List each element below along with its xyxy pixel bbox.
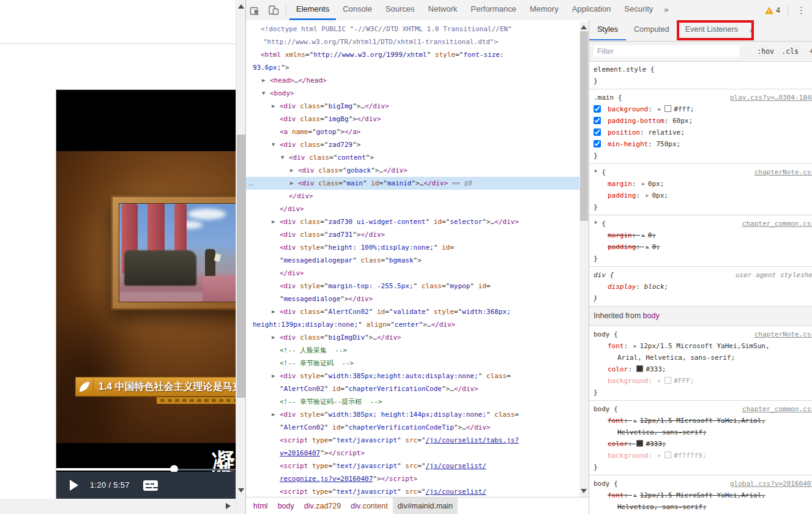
css-property[interactable]: display: block; [589, 281, 812, 292]
new-style-rule-button[interactable]: + [809, 45, 812, 56]
expand-arrow-icon[interactable]: ▶ [658, 106, 661, 112]
property-toggle-checkbox[interactable] [594, 140, 601, 147]
expand-arrow-icon[interactable]: ▶ [262, 74, 270, 87]
expand-arrow-icon[interactable]: ▶ [646, 244, 649, 250]
stylesheet-link[interactable]: global.css?v=20160407 [730, 478, 812, 490]
stylesheet-link[interactable]: play.css?v=…0304-1848 [730, 92, 812, 103]
css-property[interactable]: color: #333; [589, 363, 812, 375]
dom-node[interactable]: </div> [246, 203, 579, 215]
dom-node[interactable]: ▶<div class="zad730 ui-widget-content" i… [246, 215, 579, 228]
dom-node[interactable]: "AlertCon02" id="chapterVerificationCode… [246, 382, 579, 395]
css-property[interactable]: padding-bottom: 60px; [589, 115, 812, 127]
expand-arrow-icon[interactable]: ▶ [642, 233, 645, 238]
devtools-tab-sources[interactable]: Sources [379, 0, 422, 20]
css-property[interactable]: color: #333; [589, 438, 812, 450]
toolbar-overflow-chevron[interactable]: » [660, 0, 672, 20]
play-button[interactable] [70, 480, 78, 491]
css-property[interactable]: background: ▶#f7f7f9; [589, 450, 812, 461]
dom-node[interactable]: "AlertCon02" id="chapterVerificationCode… [246, 421, 579, 434]
expand-arrow-icon[interactable]: ▶ [290, 164, 298, 177]
dom-node[interactable]: <script type="text/javascript" src="/js/… [246, 485, 579, 497]
css-property[interactable]: margin: ▶0; [589, 229, 812, 241]
dom-node[interactable]: <script type="text/javascript" src="/js/… [246, 434, 579, 447]
devtools-tab-application[interactable]: Application [565, 0, 618, 20]
scroll-down-arrow-icon[interactable] [238, 488, 244, 493]
dom-node[interactable]: "http://www.w3.org/TR/xhtml1/DTD/xhtml1-… [246, 35, 579, 48]
dom-node[interactable]: <div style="height: 100%;display:none;" … [246, 241, 579, 254]
css-property[interactable]: min-height: 750px; [589, 138, 812, 150]
scroll-down-arrow-icon[interactable] [581, 489, 587, 493]
dom-node[interactable]: ▼<body> [246, 87, 579, 100]
styles-filter-input[interactable] [594, 45, 739, 57]
warnings-badge[interactable]: ! 4 [765, 6, 780, 15]
breadcrumb-item[interactable]: div.zad729 [299, 497, 346, 514]
dom-node[interactable]: "messagedialogepar" class="bgmask"> [246, 254, 579, 267]
dom-node[interactable]: </div> [246, 267, 579, 280]
devtools-menu-button[interactable]: ⋮ [791, 5, 812, 16]
expand-arrow-icon[interactable]: ▶ [642, 181, 645, 187]
property-toggle-checkbox[interactable] [594, 117, 601, 124]
expand-arrow-icon[interactable]: ▶ [634, 418, 637, 423]
dom-node[interactable]: <div class="imgBg"></div> [246, 113, 579, 125]
breadcrumb-item[interactable]: html [248, 497, 273, 514]
scrollbar-thumb[interactable] [237, 135, 245, 398]
scroll-up-arrow-icon[interactable] [581, 25, 587, 29]
inspect-element-button[interactable] [246, 0, 264, 20]
css-property[interactable]: position: relative; [589, 127, 812, 138]
dom-node[interactable]: <html xmlns="http://www.w3.org/1999/xhtm… [246, 48, 579, 61]
selected-dom-node[interactable]: …▶<div class="main" id="mainid">…</div> … [246, 177, 579, 190]
expand-arrow-icon[interactable]: ▶ [658, 378, 661, 384]
styles-overflow-chevron[interactable]: » [746, 20, 758, 41]
css-property[interactable]: padding: ▶0; [589, 241, 812, 253]
scroll-up-arrow-icon[interactable] [238, 4, 244, 9]
breadcrumb-item[interactable]: div#mainid.main [393, 497, 458, 514]
stylesheet-link[interactable]: chapterNote.css [754, 329, 812, 340]
inherited-body-link[interactable]: body [643, 311, 660, 320]
dom-node[interactable]: <!-- 章节验证码 --> [246, 357, 579, 370]
progress-bar-played[interactable] [56, 468, 174, 471]
dom-node[interactable]: </div> [246, 190, 579, 203]
elements-scrollbar[interactable] [579, 21, 589, 497]
dom-node[interactable]: ▼<div class="zad729"> [246, 138, 579, 151]
dom-node[interactable]: <!-- 人脸采集 --> [246, 344, 579, 357]
dom-node[interactable]: recognize.js?v=20160407"></script> [246, 472, 579, 485]
property-toggle-checkbox[interactable] [594, 105, 601, 113]
expand-arrow-icon[interactable]: ▶ [646, 193, 649, 198]
styles-tab-styles[interactable]: Styles [589, 20, 626, 40]
css-property[interactable]: background: ▶#fff; [589, 103, 812, 115]
expand-arrow-icon[interactable]: ▼ [272, 138, 280, 151]
dom-node[interactable]: <!-- 章节验证码--提示框 --> [246, 395, 579, 408]
css-property[interactable]: padding: ▶0px; [589, 190, 812, 201]
devtools-tab-performance[interactable]: Performance [464, 0, 523, 20]
dom-node[interactable]: height:139px;display:none;" align="cente… [246, 318, 579, 331]
toggle-pseudo-button[interactable]: :hov [757, 47, 774, 56]
progress-bar-remaining[interactable] [174, 469, 236, 471]
styles-tab-event-listeners[interactable]: Event Listeners [677, 20, 746, 40]
stylesheet-link[interactable]: chapter_common.css [742, 403, 812, 415]
dom-node[interactable]: ▶<div class="goback">…</div> [246, 164, 579, 177]
devtools-tab-console[interactable]: Console [336, 0, 379, 20]
dom-node[interactable]: <script type="text/javascript" src="/js/… [246, 460, 579, 472]
scroll-right-arrow-icon[interactable] [226, 503, 231, 509]
dom-node[interactable]: ▶<head>…</head> [246, 74, 579, 87]
expand-arrow-icon[interactable]: ▶ [272, 100, 280, 113]
video-player[interactable]: 1.4 中国特色社会主义理论是马克 凝结 1:20 / 5:57 [56, 89, 236, 499]
dom-node[interactable]: v=20160407"></script> [246, 447, 579, 460]
css-property[interactable]: font: ▶12px/1.5 Microsoft YaHei,SimSun,A… [589, 340, 812, 363]
color-swatch[interactable] [665, 377, 671, 384]
dom-node[interactable]: ▶<div class="bigImgDiv">…</div> [246, 331, 579, 344]
captions-button[interactable] [143, 480, 158, 491]
dom-node[interactable]: 93.6px;"> [246, 61, 579, 74]
toggle-class-button[interactable]: .cls [781, 47, 799, 56]
devtools-tab-memory[interactable]: Memory [523, 0, 565, 20]
page-vertical-scrollbar[interactable] [236, 0, 246, 514]
expand-arrow-icon[interactable]: ▶ [272, 331, 280, 344]
expand-arrow-icon[interactable]: ▶ [272, 215, 280, 228]
color-swatch[interactable] [665, 105, 671, 112]
expand-arrow-icon[interactable]: ▶ [634, 493, 637, 498]
dom-node[interactable]: <a name="gotop"></a> [246, 125, 579, 138]
devtools-tab-security[interactable]: Security [617, 0, 660, 20]
devtools-tab-elements[interactable]: Elements [289, 0, 336, 20]
property-toggle-checkbox[interactable] [594, 128, 601, 136]
device-toolbar-button[interactable] [264, 0, 283, 20]
